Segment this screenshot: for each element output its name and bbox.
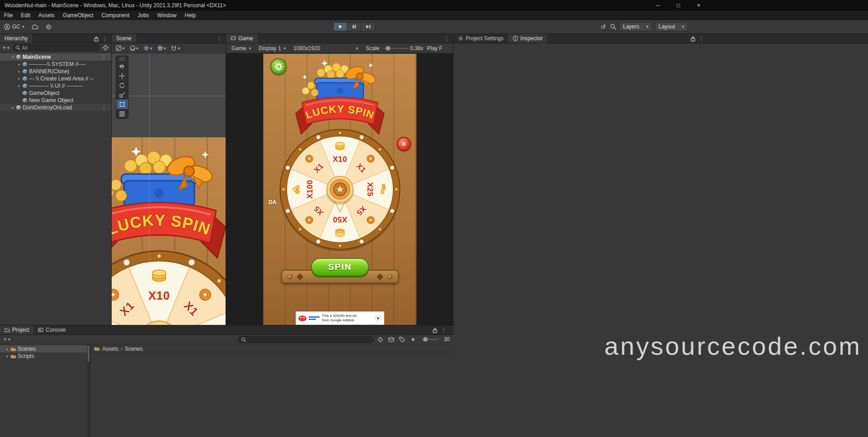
hand-tool[interactable] [116, 61, 128, 71]
tab-project[interactable]: Project [0, 325, 33, 334]
add-gameobject-button[interactable]: + ▾ [3, 45, 9, 51]
breadcrumb-current[interactable]: Scenes [125, 346, 143, 352]
settings-button[interactable] [270, 58, 287, 75]
project-search-input[interactable] [238, 336, 373, 343]
game-mode-dropdown[interactable]: Game ▾ [228, 43, 255, 53]
rect-tool[interactable] [116, 99, 128, 109]
move-tool[interactable] [116, 71, 128, 80]
step-icon [366, 24, 371, 29]
menu-file[interactable]: File [0, 11, 17, 19]
project-content-area[interactable] [90, 353, 453, 437]
expand-arrow-icon[interactable]: ▸ [16, 84, 22, 88]
shading-dropdown[interactable]: ▾ [127, 43, 142, 53]
menu-assets[interactable]: Assets [34, 11, 59, 19]
snap-settings-dropdown[interactable]: ▾ [169, 43, 183, 53]
scale-slider[interactable] [383, 48, 408, 49]
rotate-tool[interactable] [116, 80, 128, 90]
hierarchy-item-banner-clone[interactable]: ▸ BANNER(Clone) [0, 68, 111, 75]
panel-menu-icon[interactable]: ⋮ [699, 36, 704, 42]
hierarchy-item-gameobject[interactable]: GameObject [0, 89, 111, 97]
lock-icon[interactable] [433, 328, 437, 333]
folder-item-scripts[interactable]: ▸ Scripts [0, 352, 90, 360]
search-icon[interactable] [610, 23, 616, 30]
tag-icon[interactable] [399, 337, 406, 343]
menu-jobs[interactable]: Jobs [133, 11, 153, 19]
gear-icon[interactable] [45, 23, 52, 30]
tab-hierarchy[interactable]: Hierarchy [0, 34, 32, 43]
expand-arrow-icon[interactable]: ▸ [16, 76, 22, 81]
hierarchy-item-mainscene[interactable]: ▾ MainScene ⋮ [0, 53, 111, 61]
tab-scene[interactable]: Scene [112, 34, 136, 43]
expand-arrow-icon[interactable]: ▸ [10, 105, 16, 110]
breadcrumb-root[interactable]: Assets [102, 346, 118, 352]
panel-menu-icon[interactable]: ⋮ [217, 36, 222, 42]
pause-button[interactable] [347, 22, 361, 31]
step-button[interactable] [361, 22, 375, 31]
menu-component[interactable]: Component [97, 11, 133, 19]
layers-dropdown[interactable]: Layers ▾ [619, 22, 652, 31]
favorites-star-icon[interactable]: ★ [410, 336, 417, 343]
tab-game[interactable]: Game [226, 34, 258, 43]
lock-icon[interactable] [94, 36, 99, 42]
display-dropdown[interactable]: Display 1 ▾ [255, 43, 290, 53]
hierarchy-item-ui[interactable]: ▸ ----------- \\ UI // --------- [0, 82, 111, 89]
inspector-panel: Project Settings Inspector ⋮ [453, 34, 868, 437]
hierarchy-item-system[interactable]: ▸ ----------\\ SYSTEM //---- [0, 61, 111, 68]
expand-arrow-icon[interactable]: ▸ [16, 62, 22, 66]
minimize-button[interactable]: ─ [648, 0, 668, 11]
play-focused-dropdown[interactable]: Play F [424, 43, 446, 53]
tab-project-settings[interactable]: Project Settings [453, 34, 508, 43]
scene-menu-icon[interactable]: ⋮ [101, 54, 107, 60]
transform-tool[interactable] [116, 109, 128, 118]
ad-banner[interactable]: This a 320x50 test ad from Google AdMob. [296, 311, 384, 325]
account-dropdown[interactable]: GC ▾ [4, 23, 24, 30]
snap-grid-dropdown[interactable]: ▾ [155, 43, 169, 53]
tab-console[interactable]: Console [33, 325, 70, 334]
panel-menu-icon[interactable]: ⋮ [444, 36, 449, 42]
menu-window[interactable]: Window [153, 11, 181, 19]
spin-button[interactable]: SPIN [311, 258, 369, 276]
folder-icon [5, 328, 10, 332]
open-asset-icon[interactable] [377, 337, 384, 343]
hierarchy-item-label: ----------\\ SYSTEM //---- [29, 61, 85, 67]
grid-visibility-dropdown[interactable]: ▾ [141, 43, 155, 53]
close-window-button[interactable]: × [689, 0, 709, 11]
scale-tool[interactable] [116, 90, 128, 99]
menu-gameobject[interactable]: GameObject [59, 11, 97, 19]
menu-help[interactable]: Help [181, 11, 200, 19]
scene-menu-icon[interactable]: ⋮ [101, 104, 107, 111]
close-button[interactable]: × [397, 137, 411, 151]
expand-arrow-icon[interactable]: ▸ [5, 347, 10, 351]
scrollbar[interactable] [87, 344, 90, 437]
gizmo-dropdown[interactable]: ▾ [113, 43, 127, 53]
play-button[interactable] [333, 22, 347, 31]
layout-dropdown[interactable]: Layout ▾ [655, 22, 688, 31]
expand-arrow-icon[interactable]: ▸ [5, 354, 10, 358]
cloud-icon[interactable] [31, 23, 39, 30]
gameobject-icon [22, 76, 28, 81]
info-icon [513, 36, 518, 41]
panel-menu-icon[interactable]: ⋮ [441, 327, 446, 334]
expand-arrow-icon[interactable]: ▸ [16, 69, 22, 74]
expand-arrow-icon[interactable]: ▾ [10, 55, 16, 59]
undo-history-icon[interactable]: ↺ [599, 23, 607, 30]
package-visibility-icon[interactable] [388, 337, 395, 343]
unity-editor-window: WoodenNut-main - MainScene - Windows, Ma… [0, 0, 868, 437]
hierarchy-item-create-level-area[interactable]: ▸ --- \\ Create Level Area // -- [0, 75, 111, 82]
menu-edit[interactable]: Edit [17, 11, 34, 19]
picker-icon[interactable] [103, 45, 108, 51]
maximize-button[interactable]: □ [668, 0, 689, 11]
overlay-grip[interactable] [116, 56, 128, 61]
tab-inspector[interactable]: Inspector [508, 34, 547, 43]
hierarchy-item-new-game-object[interactable]: New Game Object [0, 97, 111, 104]
scene-viewport[interactable]: LUCKY SPIN × [112, 53, 226, 325]
folder-item-scenes[interactable]: ▸ Scenes [0, 345, 90, 352]
prize-wheel[interactable]: X10 X1 X25 X5 X50 X5 X100 X1 [277, 126, 403, 253]
resolution-dropdown[interactable]: 1080x1920 ▾ [290, 43, 362, 53]
panel-menu-icon[interactable]: ⋮ [102, 36, 108, 42]
hierarchy-search-input[interactable]: All [12, 44, 100, 51]
create-asset-button[interactable]: + ▾ [4, 336, 10, 343]
thumbnail-size-slider[interactable] [422, 339, 439, 340]
lock-icon[interactable] [691, 36, 695, 42]
hierarchy-item-dontdestroyonload[interactable]: ▸ DontDestroyOnLoad ⋮ [0, 104, 111, 111]
